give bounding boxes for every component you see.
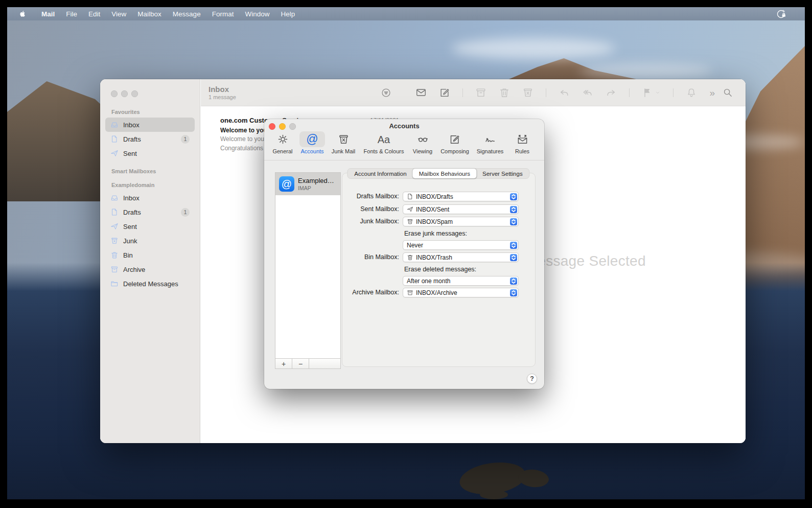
bin-mailbox-select[interactable]: INBOX/Trash xyxy=(403,252,519,262)
prefs-tab-label: Composing xyxy=(440,148,469,154)
menu-item-message[interactable]: Message xyxy=(167,7,206,20)
drafts-mailbox-select[interactable]: INBOX/Drafts xyxy=(403,192,519,201)
archive-icon[interactable] xyxy=(475,87,486,98)
draft-icon xyxy=(110,208,119,216)
sidebar-item-label: Drafts xyxy=(123,209,176,216)
tab-mailbox-behaviours[interactable]: Mailbox Behaviours xyxy=(413,169,476,178)
remove-account-button[interactable]: − xyxy=(292,359,309,368)
junk-mailbox-select[interactable]: INBOX/Spam xyxy=(403,217,519,226)
prefs-tab-label: Rules xyxy=(515,148,529,154)
sidebar-item-inbox-favourites[interactable]: Inbox xyxy=(105,118,195,132)
menu-item-file[interactable]: File xyxy=(60,7,83,20)
sidebar-item-deleted-messages[interactable]: Deleted Messages xyxy=(105,276,195,291)
stepper-icon xyxy=(510,254,517,261)
close-window-button[interactable] xyxy=(111,90,118,97)
prefs-tab-label: Signatures xyxy=(477,148,504,154)
delete-icon[interactable] xyxy=(499,87,510,98)
wallpaper-rock xyxy=(480,490,508,499)
tab-account-information[interactable]: Account Information xyxy=(348,169,412,178)
select-value: Never xyxy=(407,242,507,249)
draft-icon xyxy=(407,193,413,200)
menu-item-help[interactable]: Help xyxy=(275,7,300,20)
prefs-tab-junk-mail[interactable]: Junk Mail xyxy=(331,131,356,154)
help-button[interactable]: ? xyxy=(527,374,537,384)
account-name: Exampled… xyxy=(298,177,334,184)
sidebar-item-bin[interactable]: Bin xyxy=(105,248,195,262)
signature-icon xyxy=(484,133,496,145)
message-count: 1 message xyxy=(208,94,236,100)
prefs-tab-rules[interactable]: Rules xyxy=(509,131,535,154)
menu-item-format[interactable]: Format xyxy=(206,7,240,20)
archive-mailbox-select[interactable]: INBOX/Archive xyxy=(403,288,519,297)
junk-icon xyxy=(110,237,119,245)
sent-mailbox-label: Sent Mailbox: xyxy=(287,204,399,214)
paperplane-icon xyxy=(110,149,119,157)
rotation-lock-menu-icon[interactable] xyxy=(776,9,786,19)
sidebar-item-label: Archive xyxy=(123,266,190,273)
get-mail-icon[interactable] xyxy=(415,87,427,98)
reply-all-icon[interactable] xyxy=(582,87,593,98)
compose-icon xyxy=(449,133,460,145)
prefs-tab-accounts[interactable]: @ Accounts xyxy=(299,131,325,154)
account-buttons-blank xyxy=(309,359,340,368)
mute-icon[interactable] xyxy=(686,87,697,98)
menu-item-window[interactable]: Window xyxy=(239,7,275,20)
select-value: After one month xyxy=(407,278,507,285)
cloud xyxy=(579,63,712,79)
prefs-tab-fonts-colours[interactable]: Aa Fonts & Colours xyxy=(364,131,404,154)
cloud xyxy=(452,38,615,59)
junk-mailbox-label: Junk Mailbox: xyxy=(287,217,399,226)
toolbar-divider xyxy=(264,160,544,160)
search-icon[interactable] xyxy=(722,87,733,98)
sidebar-item-archive[interactable]: Archive xyxy=(105,262,195,276)
minimize-window-button[interactable] xyxy=(121,90,128,97)
sidebar-item-drafts-account[interactable]: Drafts 1 xyxy=(105,205,195,219)
menu-item-edit[interactable]: Edit xyxy=(83,7,106,20)
glasses-icon xyxy=(417,133,429,145)
account-at-icon: @ xyxy=(279,176,294,192)
menu-item-mailbox[interactable]: Mailbox xyxy=(132,7,167,20)
message-list-header: Inbox 1 message xyxy=(201,79,403,106)
sent-mailbox-select[interactable]: INBOX/Sent xyxy=(403,204,519,214)
compose-icon[interactable] xyxy=(439,87,450,98)
tab-server-settings[interactable]: Server Settings xyxy=(476,169,529,178)
prefs-tab-label: Viewing xyxy=(413,148,432,154)
inbox-icon xyxy=(110,121,119,129)
drafts-count-badge: 1 xyxy=(181,135,190,144)
erase-junk-select[interactable]: Never xyxy=(403,240,519,250)
select-value: INBOX/Spam xyxy=(416,218,507,225)
prefs-tab-signatures[interactable]: Signatures xyxy=(477,131,504,154)
junk-icon[interactable] xyxy=(522,87,533,98)
prefs-tab-composing[interactable]: Composing xyxy=(440,131,469,154)
menu-item-view[interactable]: View xyxy=(106,7,132,20)
archive-mailbox-label: Archive Mailbox: xyxy=(287,288,399,297)
toolbar-divider xyxy=(462,88,463,97)
apple-menu-icon[interactable] xyxy=(19,9,27,18)
sidebar-item-label: Drafts xyxy=(123,135,176,143)
sidebar-item-sent-favourites[interactable]: Sent xyxy=(105,146,195,160)
chevron-down-icon[interactable] xyxy=(655,89,661,96)
menu-item-mail[interactable]: Mail xyxy=(36,7,60,20)
reply-icon[interactable] xyxy=(559,87,570,98)
zoom-window-button[interactable] xyxy=(131,90,138,97)
erase-deleted-select[interactable]: After one month xyxy=(403,276,519,286)
forward-icon[interactable] xyxy=(606,87,617,98)
prefs-tab-label: General xyxy=(272,148,292,154)
flag-icon[interactable] xyxy=(642,87,653,98)
filter-icon[interactable] xyxy=(381,87,391,98)
sidebar-item-drafts-favourites[interactable]: Drafts 1 xyxy=(105,132,195,146)
sidebar-item-junk[interactable]: Junk xyxy=(105,234,195,248)
prefs-tab-general[interactable]: General xyxy=(270,131,295,154)
toolbar-divider xyxy=(673,88,674,97)
sidebar-item-inbox-account[interactable]: Inbox xyxy=(105,191,195,205)
draft-icon xyxy=(110,135,119,143)
drafts-count-badge: 1 xyxy=(181,208,190,217)
add-account-button[interactable]: + xyxy=(275,359,292,368)
toolbar-overflow-icon[interactable]: » xyxy=(709,88,715,98)
account-type: IMAP xyxy=(298,185,334,191)
prefs-tab-viewing[interactable]: Viewing xyxy=(410,131,435,154)
erase-junk-label: Erase junk messages: xyxy=(404,229,467,238)
sidebar-section-exampledomain: Exampledomain xyxy=(111,182,189,188)
sidebar-item-sent-account[interactable]: Sent xyxy=(105,219,195,234)
stepper-icon xyxy=(510,193,517,200)
